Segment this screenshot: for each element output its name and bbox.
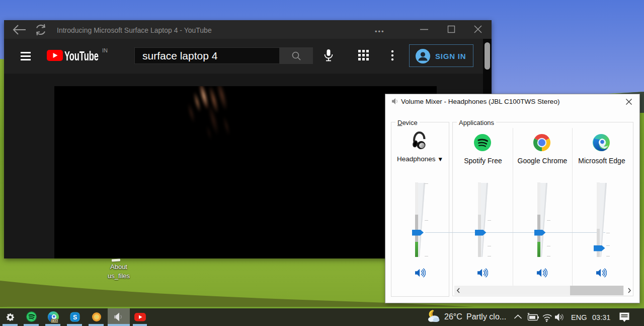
svg-text:S: S [73,314,77,321]
